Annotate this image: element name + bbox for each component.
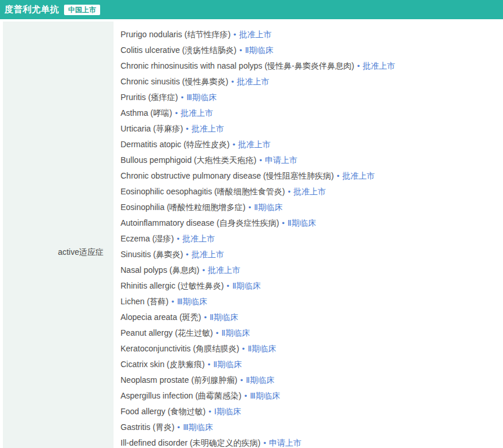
status-link[interactable]: Ⅱ期临床 bbox=[232, 281, 261, 291]
indication-row: Asthma (哮喘)•批准上市 bbox=[121, 105, 503, 121]
status-link[interactable]: Ⅲ期临床 bbox=[250, 391, 280, 401]
bullet-separator-icon: • bbox=[233, 30, 236, 39]
indication-row: Food allergy (食物过敏)•Ⅰ期临床 bbox=[121, 404, 503, 419]
status-link[interactable]: 批准上市 bbox=[182, 234, 215, 244]
indication-row: Urticaria (荨麻疹)•批准上市 bbox=[121, 121, 503, 137]
drug-detail-page: 度普利尤单抗 中国上市 active适应症 Prurigo nodularis … bbox=[0, 0, 503, 448]
indication-row: Lichen (苔藓)•Ⅲ期临床 bbox=[121, 294, 503, 310]
drug-title: 度普利尤单抗 bbox=[5, 4, 59, 15]
bullet-separator-icon: • bbox=[242, 344, 245, 353]
market-status-badge: 中国上市 bbox=[64, 5, 100, 15]
indication-label: Eczema (湿疹) bbox=[121, 234, 174, 244]
indication-label: Chronic sinusitis (慢性鼻窦炎) bbox=[121, 77, 228, 87]
indication-row: Alopecia areata (斑秃)•Ⅱ期临床 bbox=[121, 310, 503, 325]
indication-label: Prurigo nodularis (结节性痒疹) bbox=[121, 30, 231, 40]
bullet-separator-icon: • bbox=[357, 62, 360, 70]
bullet-separator-icon: • bbox=[288, 187, 291, 196]
bullet-separator-icon: • bbox=[226, 282, 229, 290]
bullet-separator-icon: • bbox=[239, 46, 242, 55]
row-label: active适应症 bbox=[58, 247, 104, 258]
indications-table: active适应症 Prurigo nodularis (结节性痒疹)•批准上市… bbox=[0, 22, 503, 448]
bullet-separator-icon: • bbox=[208, 360, 211, 369]
indication-label: Eosinophilia (嗜酸性粒细胞增多症) bbox=[121, 202, 246, 213]
indication-label: Autoinflammatory disease (自身炎症性疾病) bbox=[121, 218, 279, 229]
status-link[interactable]: 批准上市 bbox=[239, 30, 272, 40]
indication-label: Urticaria (荨麻疹) bbox=[121, 124, 183, 134]
status-link[interactable]: Ⅱ期临床 bbox=[245, 45, 274, 56]
bullet-separator-icon: • bbox=[171, 297, 174, 306]
status-link[interactable]: Ⅱ期临床 bbox=[213, 360, 242, 370]
indication-label: Bullous pemphigoid (大疱性类天疱疮) bbox=[121, 155, 256, 166]
indication-row: Chronic sinusitis (慢性鼻窦炎)•批准上市 bbox=[121, 74, 503, 90]
indication-label: Dermatitis atopic (特应性皮炎) bbox=[121, 140, 229, 150]
status-link[interactable]: 申请上市 bbox=[269, 438, 302, 448]
indication-label: Chronic rhinosinusitis with nasal polyps… bbox=[121, 61, 354, 72]
indication-label: Alopecia areata (斑秃) bbox=[121, 312, 201, 323]
status-link[interactable]: Ⅱ期临床 bbox=[246, 375, 274, 386]
indication-label: Rhinitis allergic (过敏性鼻炎) bbox=[121, 281, 224, 291]
status-link[interactable]: Ⅲ期临床 bbox=[177, 297, 207, 307]
indication-label: Asthma (哮喘) bbox=[121, 108, 172, 119]
indication-row: Chronic rhinosinusitis with nasal polyps… bbox=[121, 58, 503, 74]
bullet-separator-icon: • bbox=[259, 156, 262, 165]
indication-row: Autoinflammatory disease (自身炎症性疾病)•Ⅱ期临床 bbox=[121, 215, 503, 231]
bullet-separator-icon: • bbox=[232, 140, 235, 149]
indication-row: Eczema (湿疹)•批准上市 bbox=[121, 231, 503, 247]
bullet-separator-icon: • bbox=[175, 109, 178, 118]
indication-row: Dermatitis atopic (特应性皮炎)•批准上市 bbox=[121, 137, 503, 152]
indication-row: Aspergillus infection (曲霉菌感染)•Ⅲ期临床 bbox=[121, 388, 503, 404]
bullet-separator-icon: • bbox=[216, 329, 219, 337]
indication-row: Eosinophilia (嗜酸性粒细胞增多症)•Ⅱ期临床 bbox=[121, 200, 503, 215]
status-link[interactable]: 批准上市 bbox=[208, 265, 240, 276]
indication-row: Chronic obstructive pulmonary disease (慢… bbox=[121, 168, 503, 184]
indication-label: Ill-defined disorder (未明确定义的疾病) bbox=[121, 438, 260, 448]
status-link[interactable]: 批准上市 bbox=[363, 61, 395, 72]
bullet-separator-icon: • bbox=[231, 77, 234, 86]
indication-row: Prurigo nodularis (结节性痒疹)•批准上市 bbox=[121, 27, 503, 42]
indication-row: Neoplasm prostate (前列腺肿瘤)•Ⅱ期临床 bbox=[121, 372, 503, 388]
bullet-separator-icon: • bbox=[181, 93, 184, 102]
indication-label: Food allergy (食物过敏) bbox=[121, 407, 206, 417]
bullet-separator-icon: • bbox=[336, 172, 339, 180]
status-link[interactable]: 批准上市 bbox=[192, 124, 224, 134]
indication-label: Pruritis (瘙痒症) bbox=[121, 93, 178, 103]
status-link[interactable]: Ⅲ期临床 bbox=[183, 422, 213, 433]
bullet-separator-icon: • bbox=[282, 219, 285, 227]
status-link[interactable]: 批准上市 bbox=[238, 140, 271, 150]
status-link[interactable]: Ⅱ期临床 bbox=[247, 344, 276, 354]
bullet-separator-icon: • bbox=[178, 423, 180, 432]
status-link[interactable]: 批准上市 bbox=[293, 187, 326, 197]
bullet-separator-icon: • bbox=[177, 234, 180, 243]
row-label-cell: active适应症 bbox=[3, 22, 114, 448]
indication-row: Peanut allergy (花生过敏)•Ⅱ期临床 bbox=[121, 325, 503, 341]
status-link[interactable]: 批准上市 bbox=[237, 77, 270, 87]
bullet-separator-icon: • bbox=[186, 125, 189, 133]
indication-label: Aspergillus infection (曲霉菌感染) bbox=[121, 391, 242, 401]
indication-label: Keratoconjunctivitis (角膜结膜炎) bbox=[121, 344, 239, 354]
drug-header: 度普利尤单抗 中国上市 bbox=[0, 0, 503, 19]
status-link[interactable]: Ⅲ期临床 bbox=[186, 93, 217, 103]
indication-row: Cicatrix skin (皮肤瘢痕)•Ⅱ期临床 bbox=[121, 357, 503, 372]
indication-label: Lichen (苔藓) bbox=[121, 297, 168, 307]
indication-row: Rhinitis allergic (过敏性鼻炎)•Ⅱ期临床 bbox=[121, 278, 503, 294]
indication-label: Gastritis (胃炎) bbox=[121, 422, 175, 433]
status-link[interactable]: Ⅱ期临床 bbox=[254, 202, 282, 213]
status-link[interactable]: 批准上市 bbox=[180, 108, 213, 119]
indication-row: Pruritis (瘙痒症)•Ⅲ期临床 bbox=[121, 90, 503, 105]
bullet-separator-icon: • bbox=[208, 407, 211, 416]
status-link[interactable]: Ⅱ期临床 bbox=[221, 328, 250, 339]
status-link[interactable]: Ⅰ期临床 bbox=[214, 407, 241, 417]
status-link[interactable]: Ⅱ期临床 bbox=[210, 312, 238, 323]
bullet-separator-icon: • bbox=[249, 203, 252, 212]
status-link[interactable]: 批准上市 bbox=[192, 250, 224, 260]
indication-row: Nasal polyps (鼻息肉)•批准上市 bbox=[121, 262, 503, 278]
indication-label: Nasal polyps (鼻息肉) bbox=[121, 265, 199, 276]
bullet-separator-icon: • bbox=[245, 392, 247, 400]
indication-row: Ill-defined disorder (未明确定义的疾病)•申请上市 bbox=[121, 435, 503, 448]
status-link[interactable]: 批准上市 bbox=[342, 171, 375, 182]
indication-label: Eosinophilic oesophagitis (嗜酸细胞性食管炎) bbox=[121, 187, 285, 197]
indication-row: Sinusitis (鼻窦炎)•批准上市 bbox=[121, 247, 503, 262]
status-link[interactable]: 申请上市 bbox=[265, 155, 297, 166]
indication-row: Gastritis (胃炎)•Ⅲ期临床 bbox=[121, 419, 503, 435]
status-link[interactable]: Ⅱ期临床 bbox=[288, 218, 316, 229]
